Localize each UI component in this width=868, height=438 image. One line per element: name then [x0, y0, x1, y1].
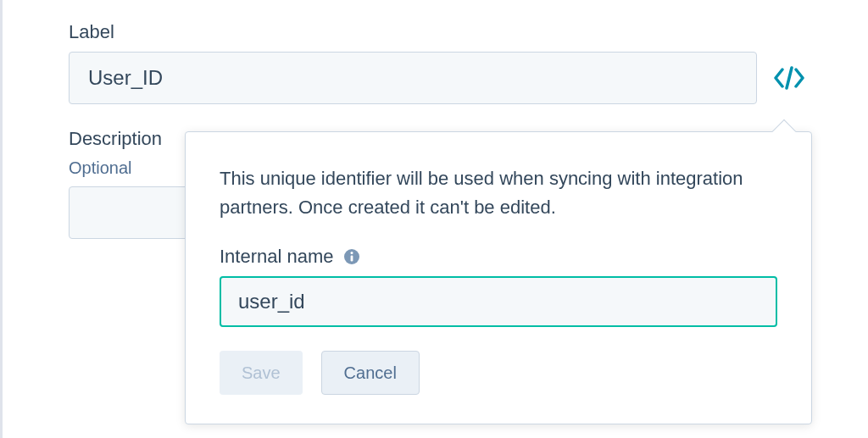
label-input[interactable] — [69, 52, 757, 104]
popover-description-text: This unique identifier will be used when… — [220, 164, 777, 222]
info-icon[interactable] — [342, 247, 361, 266]
svg-point-1 — [350, 252, 353, 254]
internal-name-popover: This unique identifier will be used when… — [185, 131, 812, 424]
svg-rect-2 — [350, 256, 353, 262]
code-toggle-button[interactable] — [772, 61, 806, 95]
code-icon — [774, 66, 804, 90]
popover-arrow — [772, 119, 796, 143]
save-button[interactable]: Save — [220, 351, 303, 395]
internal-name-label-row: Internal name — [220, 246, 777, 268]
label-input-row — [69, 52, 806, 104]
internal-name-input[interactable] — [220, 276, 777, 327]
internal-name-label: Internal name — [220, 246, 334, 268]
label-form-group: Label — [69, 21, 868, 104]
label-field-label: Label — [69, 21, 868, 43]
cancel-button[interactable]: Cancel — [321, 351, 420, 395]
popover-button-row: Save Cancel — [220, 351, 777, 395]
